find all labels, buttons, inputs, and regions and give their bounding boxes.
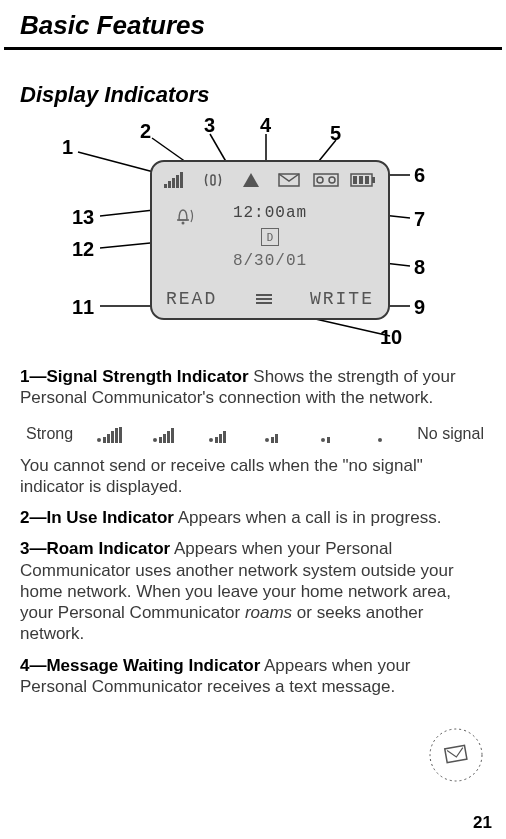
callout-8: 8	[414, 256, 425, 279]
legend-item-4: 4—Message Waiting Indicator Appears when…	[20, 655, 486, 698]
svg-rect-17	[180, 172, 183, 188]
battery-icon	[349, 170, 377, 190]
svg-rect-45	[223, 431, 226, 443]
callout-1: 1	[62, 136, 73, 159]
signal-4-icon	[147, 425, 181, 443]
softkey-right: WRITE	[310, 289, 374, 309]
alarm-icon	[170, 206, 196, 230]
svg-rect-53	[445, 745, 467, 762]
svg-rect-36	[119, 427, 122, 443]
chapter-title: Basic Features	[0, 0, 506, 47]
svg-rect-44	[219, 434, 222, 443]
svg-rect-40	[167, 431, 170, 443]
legend-item-3: 3—Roam Indicator Appears when your Perso…	[20, 538, 486, 644]
svg-point-23	[329, 177, 335, 183]
svg-point-22	[317, 177, 323, 183]
voicemail-icon	[312, 170, 340, 190]
svg-rect-25	[372, 177, 375, 183]
signal-icon	[163, 170, 191, 190]
svg-rect-26	[353, 176, 357, 184]
signal-5-icon	[93, 425, 127, 443]
callout-7: 7	[414, 208, 425, 231]
svg-point-30	[182, 222, 185, 225]
svg-rect-18	[211, 175, 215, 185]
time-text: 12:00am	[233, 204, 307, 222]
menu-icon	[256, 294, 272, 304]
inuse-icon	[200, 170, 228, 190]
callout-11: 11	[72, 296, 94, 319]
svg-rect-15	[172, 178, 175, 188]
signal-strong-label: Strong	[26, 425, 73, 443]
date-text: 8/30/01	[233, 252, 307, 270]
legend-1-lead: 1—Signal Strength Indicator	[20, 367, 249, 386]
legend-body-2: You cannot send or receive calls when th…	[0, 455, 506, 698]
svg-rect-33	[107, 434, 110, 443]
nosignal-note: You cannot send or receive calls when th…	[20, 455, 486, 498]
svg-point-37	[153, 438, 157, 442]
svg-rect-14	[168, 181, 171, 188]
svg-rect-28	[365, 176, 369, 184]
page-number: 21	[473, 813, 492, 833]
callout-9: 9	[414, 296, 425, 319]
legend-4-lead: 4—Message Waiting Indicator	[20, 656, 260, 675]
screen-middle: 12:00am D 8/30/01	[152, 198, 388, 278]
display-diagram: 1 2 3 4 5 6 7 8 9 10 11 12 13	[0, 120, 506, 360]
legend-item-1: 1—Signal Strength Indicator Shows the st…	[20, 366, 486, 409]
softkey-bar: READ WRITE	[152, 286, 388, 312]
callout-4: 4	[260, 114, 271, 137]
svg-point-42	[209, 438, 213, 442]
legend-2-text: Appears when a call is in progress.	[174, 508, 441, 527]
svg-rect-16	[176, 175, 179, 188]
callout-6: 6	[414, 164, 425, 187]
phone-screen: 12:00am D 8/30/01 READ WRITE	[150, 160, 390, 320]
svg-rect-50	[327, 437, 330, 443]
svg-rect-32	[103, 437, 106, 443]
svg-rect-39	[163, 434, 166, 443]
signal-1-icon	[309, 425, 343, 443]
svg-rect-48	[275, 434, 278, 443]
svg-point-46	[265, 438, 269, 442]
callout-12: 12	[72, 238, 94, 261]
legend-2-lead: 2—In Use Indicator	[20, 508, 174, 527]
signal-2-icon	[255, 425, 289, 443]
callout-2: 2	[140, 120, 151, 143]
svg-point-52	[430, 729, 482, 781]
callout-13: 13	[72, 206, 94, 229]
signal-0-icon	[363, 425, 397, 443]
callout-10: 10	[380, 326, 402, 349]
legend-3-roams: roams	[245, 603, 292, 622]
svg-point-49	[321, 438, 325, 442]
svg-rect-34	[111, 431, 114, 443]
legend-item-2: 2—In Use Indicator Appears when a call i…	[20, 507, 486, 528]
svg-point-31	[97, 438, 101, 442]
callout-5: 5	[330, 122, 341, 145]
svg-rect-41	[171, 428, 174, 443]
svg-rect-43	[215, 437, 218, 443]
svg-point-51	[378, 438, 382, 442]
signal-strength-row: Strong No signal	[0, 419, 506, 449]
d-box-icon: D	[261, 228, 279, 246]
message-icon	[275, 170, 303, 190]
status-bar	[152, 168, 388, 192]
signal-3-icon	[201, 425, 235, 443]
callout-3: 3	[204, 114, 215, 137]
roam-icon	[237, 170, 265, 190]
svg-rect-35	[115, 428, 118, 443]
svg-rect-13	[164, 184, 167, 188]
svg-rect-47	[271, 437, 274, 443]
network-subscription-badge-icon	[428, 727, 484, 783]
section-title: Display Indicators	[0, 50, 506, 114]
softkey-left: READ	[166, 289, 217, 309]
svg-rect-27	[359, 176, 363, 184]
svg-rect-38	[159, 437, 162, 443]
legend-3-lead: 3—Roam Indicator	[20, 539, 170, 558]
signal-nosignal-label: No signal	[417, 425, 484, 443]
legend-body: 1—Signal Strength Indicator Shows the st…	[0, 366, 506, 409]
svg-marker-19	[243, 173, 259, 187]
